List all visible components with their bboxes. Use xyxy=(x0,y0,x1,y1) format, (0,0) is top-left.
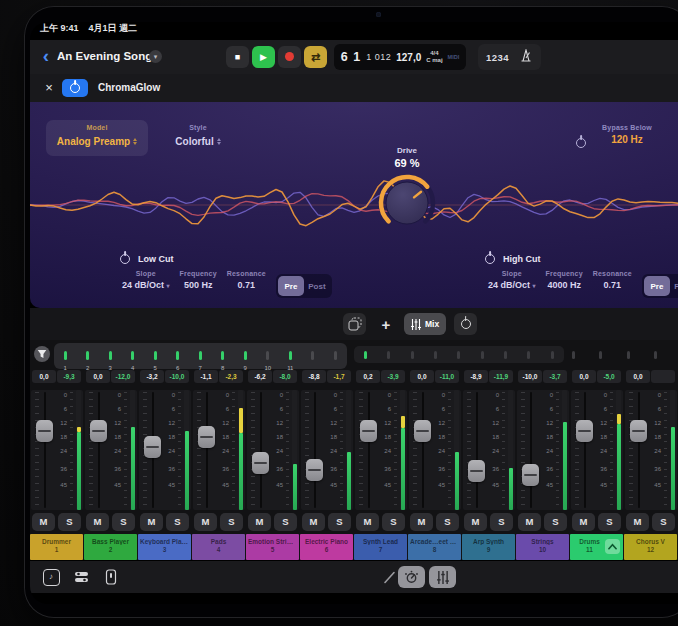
layers-button[interactable] xyxy=(343,313,366,335)
track-label[interactable]: Emotion Strings5 xyxy=(246,534,299,560)
peak-value[interactable] xyxy=(651,370,675,383)
record-button[interactable] xyxy=(278,46,301,68)
bypass-power-button[interactable] xyxy=(576,134,586,152)
metronome-button[interactable] xyxy=(519,48,533,66)
peak-value[interactable]: -9,3 xyxy=(57,370,81,383)
volume-value[interactable]: 0,0 xyxy=(572,370,596,383)
peak-value[interactable]: -5,0 xyxy=(597,370,621,383)
track-label[interactable]: Chorus V12 xyxy=(624,534,677,560)
resonance-control[interactable]: Resonance0.71 xyxy=(227,270,266,302)
track-label[interactable]: Strings10 xyxy=(516,534,569,560)
track-label[interactable]: Keyboard Player3 xyxy=(138,534,191,560)
fader-track[interactable]: 061218243645 xyxy=(571,390,623,510)
solo-button[interactable]: S xyxy=(382,513,405,531)
volume-value[interactable]: 0,0 xyxy=(626,370,650,383)
post-button[interactable]: Post xyxy=(304,276,330,296)
fader-handle[interactable] xyxy=(522,464,539,486)
peak-value[interactable]: -1,7 xyxy=(327,370,351,383)
mute-button[interactable]: M xyxy=(464,513,487,531)
fader-handle[interactable] xyxy=(630,420,647,442)
slope-select[interactable]: Slope24 dB/Oct ▾ xyxy=(122,270,170,302)
fader-track[interactable]: 061218243645 xyxy=(193,390,245,510)
fader-handle[interactable] xyxy=(468,460,485,482)
solo-button[interactable]: S xyxy=(220,513,243,531)
peak-value[interactable]: -8,0 xyxy=(273,370,297,383)
mute-button[interactable]: M xyxy=(248,513,271,531)
mute-button[interactable]: M xyxy=(410,513,433,531)
volume-value[interactable]: 0,0 xyxy=(32,370,56,383)
volume-value[interactable]: -8,8 xyxy=(302,370,326,383)
mute-button[interactable]: M xyxy=(194,513,217,531)
add-track-button[interactable]: + xyxy=(376,313,396,335)
mute-button[interactable]: M xyxy=(32,513,55,531)
pre-button[interactable]: Pre xyxy=(644,276,670,296)
track-overview-rest[interactable] xyxy=(354,346,564,363)
track-label[interactable]: Arp Synth9 xyxy=(462,534,515,560)
peak-value[interactable]: -11,9 xyxy=(489,370,513,383)
solo-button[interactable]: S xyxy=(490,513,513,531)
fader-track[interactable]: 061218243645 xyxy=(301,390,353,510)
mix-button[interactable]: Mix xyxy=(404,313,446,335)
solo-button[interactable]: S xyxy=(58,513,81,531)
filter-button[interactable] xyxy=(34,346,50,362)
resonance-control[interactable]: Resonance0.71 xyxy=(593,270,632,302)
volume-value[interactable]: -6,2 xyxy=(248,370,272,383)
model-select[interactable]: Model Analog Preamp xyxy=(46,120,148,156)
mute-button[interactable]: M xyxy=(518,513,541,531)
bypass-control[interactable]: Bypass Below 120 Hz xyxy=(596,120,658,145)
peak-value[interactable]: -3,7 xyxy=(543,370,567,383)
highcut-power-button[interactable] xyxy=(485,254,495,264)
lowcut-power-button[interactable] xyxy=(120,254,130,264)
peak-value[interactable]: -12,0 xyxy=(111,370,135,383)
fader-handle[interactable] xyxy=(252,452,269,474)
fader-handle[interactable] xyxy=(360,420,377,442)
volume-value[interactable]: -8,9 xyxy=(464,370,488,383)
lcd-display[interactable]: 6 1 1 012 127,0 4/4 C maj MIDI xyxy=(334,44,466,70)
back-button[interactable]: ‹ xyxy=(38,44,54,68)
drive-knob[interactable] xyxy=(375,171,439,235)
fader-handle[interactable] xyxy=(306,459,323,481)
track-label[interactable]: Drums11 xyxy=(570,534,623,560)
peak-value[interactable]: -10,0 xyxy=(165,370,189,383)
fader-track[interactable]: 061218243645 xyxy=(409,390,461,510)
solo-button[interactable]: S xyxy=(166,513,189,531)
tracks-button[interactable] xyxy=(72,568,90,586)
fader-track[interactable]: 061218243645 xyxy=(355,390,407,510)
peak-value[interactable]: -3,9 xyxy=(381,370,405,383)
fader-handle[interactable] xyxy=(198,426,215,448)
solo-button[interactable]: S xyxy=(112,513,135,531)
mixer-power-button[interactable] xyxy=(454,313,477,335)
collapse-chevron-button[interactable] xyxy=(605,539,620,554)
post-button[interactable]: Post xyxy=(670,276,678,296)
mute-button[interactable]: M xyxy=(86,513,109,531)
fader-track[interactable]: 061218243645 xyxy=(517,390,569,510)
fader-handle[interactable] xyxy=(144,436,161,458)
count-in-button[interactable]: 1234 xyxy=(486,52,509,63)
volume-value[interactable]: 0,0 xyxy=(410,370,434,383)
peak-value[interactable]: -11,0 xyxy=(435,370,459,383)
track-label[interactable]: Synth Lead7 xyxy=(354,534,407,560)
solo-button[interactable]: S xyxy=(436,513,459,531)
level-control[interactable]: Level 0.0 xyxy=(664,120,678,145)
fader-handle[interactable] xyxy=(36,420,53,442)
volume-value[interactable]: -1,1 xyxy=(194,370,218,383)
frequency-control[interactable]: Frequency500 Hz xyxy=(180,270,217,302)
track-label[interactable]: Electric Piano6 xyxy=(300,534,353,560)
track-label[interactable]: Drummer1 xyxy=(30,534,83,560)
style-select[interactable]: Style Colorful xyxy=(156,120,240,156)
keyboard-button[interactable] xyxy=(102,568,120,586)
fader-handle[interactable] xyxy=(90,420,107,442)
mute-button[interactable]: M xyxy=(356,513,379,531)
song-title[interactable]: An Evening Song xyxy=(57,50,152,62)
knob-view-button[interactable] xyxy=(398,566,425,588)
mute-button[interactable]: M xyxy=(572,513,595,531)
peak-value[interactable]: -2,3 xyxy=(219,370,243,383)
solo-button[interactable]: S xyxy=(274,513,297,531)
track-label[interactable]: Pads4 xyxy=(192,534,245,560)
stop-button[interactable]: ■ xyxy=(226,46,249,68)
fader-track[interactable]: 061218243645 xyxy=(139,390,191,510)
mixer-view-button[interactable] xyxy=(429,566,456,588)
fader-track[interactable]: 061218243645 xyxy=(625,390,677,510)
fader-track[interactable]: 061218243645 xyxy=(247,390,299,510)
frequency-control[interactable]: Frequency4000 Hz xyxy=(546,270,583,302)
